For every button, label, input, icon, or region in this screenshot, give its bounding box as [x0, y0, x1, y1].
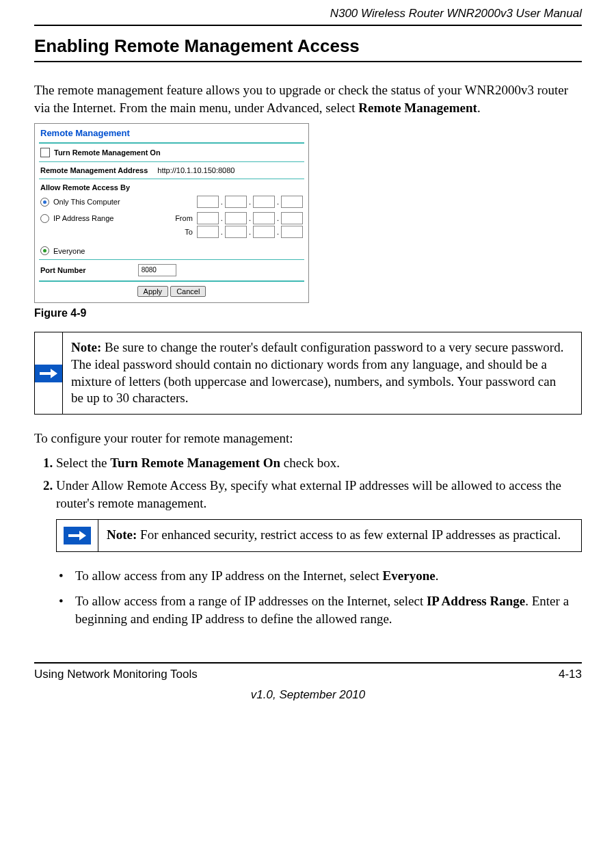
- from-ip-inputs: . . .: [197, 212, 303, 224]
- radio-only-this-computer[interactable]: [40, 198, 49, 207]
- note-box: Note: Be sure to change the router's def…: [34, 332, 582, 415]
- port-number-label: Port Number: [40, 266, 86, 274]
- to-label: To: [172, 228, 193, 236]
- allow-access-label: Allow Remote Access By: [40, 183, 130, 192]
- step-2: Under Allow Remote Access By, specify wh…: [56, 477, 582, 512]
- ip-octet-input[interactable]: [253, 196, 275, 208]
- arrow-right-icon: [35, 365, 62, 382]
- arrow-right-icon: [64, 527, 91, 544]
- intro-bold: Remote Management: [358, 101, 477, 115]
- ip-octet-input[interactable]: [253, 212, 275, 224]
- bullet-bold: IP Address Range: [427, 594, 525, 608]
- step-text: Select the: [56, 456, 110, 470]
- note-text: Note: Be sure to change the router's def…: [63, 332, 581, 414]
- intro-text-end: .: [477, 101, 481, 115]
- turn-remote-on-checkbox[interactable]: [40, 148, 50, 157]
- footer-left: Using Network Monitoring Tools: [34, 668, 198, 681]
- turn-remote-on-label: Turn Remote Management On: [54, 148, 161, 157]
- note-prefix: Note:: [71, 340, 101, 354]
- ip-octet-input[interactable]: [197, 226, 219, 238]
- note-prefix: Note:: [107, 527, 137, 542]
- section-heading: Enabling Remote Management Access: [34, 36, 582, 57]
- only-ip-inputs: . . .: [197, 196, 303, 208]
- radio-only-label: Only This Computer: [53, 198, 120, 206]
- bullet-text: To allow access from any IP address on t…: [75, 568, 383, 583]
- note-text: Note: For enhanced security, restrict ac…: [98, 520, 572, 551]
- bullet-item: To allow access from a range of IP addre…: [56, 592, 582, 627]
- header-manual-title: N300 Wireless Router WNR2000v3 User Manu…: [34, 7, 582, 25]
- router-screenshot: Remote Management Turn Remote Management…: [34, 123, 309, 303]
- cancel-button[interactable]: Cancel: [170, 286, 206, 297]
- radio-range-label: IP Address Range: [53, 214, 113, 222]
- ip-octet-input[interactable]: [281, 196, 303, 208]
- port-number-input[interactable]: 8080: [138, 264, 176, 276]
- ip-octet-input[interactable]: [225, 196, 247, 208]
- intro-paragraph: The remote management feature allows you…: [34, 81, 582, 116]
- from-label: From: [172, 214, 193, 222]
- ip-octet-input[interactable]: [225, 212, 247, 224]
- bullet-list: To allow access from any IP address on t…: [34, 567, 582, 628]
- ip-octet-input[interactable]: [253, 226, 275, 238]
- apply-button[interactable]: Apply: [137, 286, 169, 297]
- bullet-text: To allow access from a range of IP addre…: [75, 594, 427, 608]
- remote-address-label: Remote Management Address: [40, 166, 148, 174]
- bullet-text-end: .: [436, 568, 439, 583]
- step-bold: Turn Remote Management On: [110, 456, 280, 470]
- footer-center: v1.0, September 2010: [34, 688, 582, 702]
- ip-octet-input[interactable]: [281, 226, 303, 238]
- header-rule: [34, 25, 582, 26]
- radio-everyone[interactable]: [40, 246, 49, 255]
- ip-octet-input[interactable]: [281, 212, 303, 224]
- intro-text: The remote management feature allows you…: [34, 83, 568, 115]
- to-ip-inputs: . . .: [197, 226, 303, 238]
- steps-list: Select the Turn Remote Management On che…: [34, 454, 582, 512]
- step-text-end: check box.: [280, 456, 340, 470]
- radio-everyone-label: Everyone: [53, 247, 85, 255]
- ss-title: Remote Management: [35, 124, 308, 142]
- ip-octet-input[interactable]: [225, 226, 247, 238]
- figure-caption: Figure 4-9: [34, 307, 582, 319]
- ip-octet-input[interactable]: [197, 212, 219, 224]
- remote-address-value: http://10.1.10.150:8080: [157, 166, 235, 174]
- bullet-item: To allow access from any IP address on t…: [56, 567, 582, 585]
- page-footer: Using Network Monitoring Tools 4-13 v1.0…: [34, 662, 582, 702]
- bullet-bold: Everyone: [383, 568, 436, 583]
- note-box: Note: For enhanced security, restrict ac…: [56, 519, 582, 552]
- note-icon-cell: [57, 520, 98, 551]
- radio-ip-range[interactable]: [40, 214, 49, 223]
- note-body: For enhanced security, restrict access t…: [137, 527, 561, 542]
- ip-octet-input[interactable]: [197, 196, 219, 208]
- heading-rule: [34, 61, 582, 62]
- step-1: Select the Turn Remote Management On che…: [56, 454, 582, 472]
- footer-right: 4-13: [559, 668, 582, 681]
- footer-rule: [34, 662, 582, 664]
- note-icon-cell: [35, 332, 63, 414]
- note-body: Be sure to change the router's default c…: [71, 340, 563, 405]
- config-intro: To configure your router for remote mana…: [34, 430, 582, 447]
